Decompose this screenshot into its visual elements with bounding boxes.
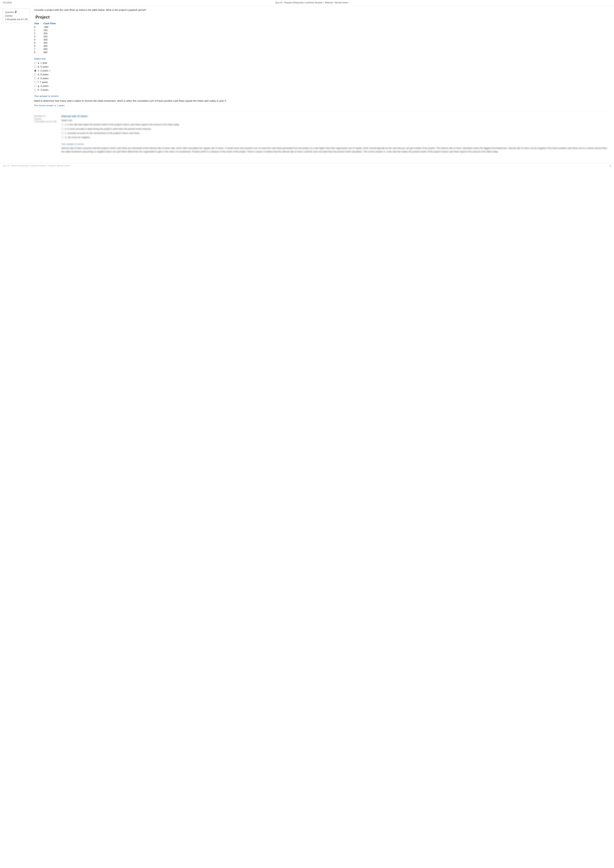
option-label-f: f. 7 years	[38, 81, 48, 84]
cell-year: 8	[34, 51, 44, 54]
option-label-c: c. 2 years	[38, 69, 48, 72]
option-label-h: h. 3 years	[38, 88, 48, 91]
blurred-option-d: d. can never be negative.	[61, 136, 610, 139]
cell-cashflow: 250	[44, 35, 60, 38]
options-list: a. 1 year b. 5 years c. 2 years ✔ d. 6 y…	[34, 62, 610, 91]
blurred-radio-a	[61, 123, 64, 126]
cell-cashflow: 350	[44, 41, 60, 44]
col-cashflow: Cash Flow	[44, 22, 60, 25]
list-item: f. 7 years	[34, 81, 610, 84]
correct-answer-text: Your answer is correct.	[34, 95, 610, 98]
question-sidebar: Question 2 Correct 1.50 points out of 1.…	[3, 8, 30, 23]
cell-year: 5	[34, 41, 44, 44]
cell-cashflow: 150	[44, 29, 60, 32]
list-item: e. 8 years	[34, 77, 610, 80]
page-date: 4/12/2021	[3, 2, 12, 4]
cell-year: 0	[34, 25, 44, 29]
question-text: Consider a project with the cash flows a…	[34, 8, 610, 12]
main-content: Consider a project with the cash flows a…	[33, 8, 611, 153]
question-label: Question	[5, 11, 14, 14]
radio-option-f[interactable]	[34, 81, 36, 83]
table-row: 8500	[34, 51, 60, 54]
blurred-option-b-text: b. is more accurate in determining the p…	[65, 127, 152, 130]
col-year: Year	[34, 22, 44, 25]
cell-year: 1	[34, 29, 44, 32]
option-label-g: g. 4 years	[38, 85, 48, 87]
blurred-question-label: Question	[34, 115, 43, 117]
blurred-option-c: c. correctly accounts for the reinvestme…	[61, 132, 610, 135]
blurred-option-b: b. is more accurate in determining the p…	[61, 127, 610, 130]
option-label-b: b. 5 years	[38, 65, 48, 68]
blurred-radio-d	[61, 136, 64, 138]
radio-option-d[interactable]	[34, 73, 36, 76]
table-row: 5350	[34, 41, 60, 44]
radio-option-a[interactable]	[34, 62, 36, 64]
question-status: Correct	[5, 14, 28, 17]
blurred-question-number: 3	[44, 115, 45, 117]
question-points: 1.50 points out of 1.50	[5, 18, 28, 21]
cell-year: 7	[34, 48, 44, 51]
option-label-a: a. 1 year	[38, 62, 47, 64]
blurred-section: Question 3 Correct 1.50 points out of 1.…	[34, 115, 610, 153]
cell-year: 3	[34, 35, 44, 38]
list-item: g. 4 years	[34, 85, 610, 87]
correct-check-icon: ✔	[49, 69, 51, 72]
list-item: a. 1 year	[34, 62, 610, 64]
blurred-option-a-text: a. is the rate that makes the present wo…	[65, 123, 180, 126]
footer-right[interactable]: ▶	[610, 164, 611, 167]
page-title: Quiz #3 - Requires Respondus LockDown Br…	[275, 2, 348, 4]
page-layout: Question 2 Correct 1.50 points out of 1.…	[0, 5, 614, 156]
blurred-option-c-text: c. correctly accounts for the reinvestme…	[65, 132, 140, 135]
question-label-row: Question 2	[5, 10, 28, 14]
list-item: c. 2 years ✔	[34, 69, 610, 72]
radio-option-b[interactable]	[34, 66, 36, 68]
explanation-text: Need to determine how many years it take…	[34, 99, 610, 103]
table-row: 0-350	[34, 25, 60, 29]
project-title: Project	[34, 15, 610, 20]
cell-cashflow: 500	[44, 51, 60, 54]
cell-year: 2	[34, 32, 44, 35]
blurred-correct-answer: Your answer is correct.	[61, 143, 610, 146]
table-row: 7450	[34, 48, 60, 51]
blurred-explanation: Internal rate of return assumes that the…	[61, 146, 610, 153]
table-row: 6400	[34, 44, 60, 48]
question-number: 2	[15, 10, 17, 14]
footer-left: Quiz #3 - Requires Respondus LockDown Br…	[3, 164, 70, 167]
cell-cashflow: -350	[44, 25, 60, 29]
radio-option-c[interactable]	[34, 70, 36, 72]
blurred-status: Correct	[34, 118, 59, 120]
blurred-option-a: a. is the rate that makes the present wo…	[61, 123, 610, 126]
cell-year: 4	[34, 38, 44, 41]
blurred-title: Internal rate of return	[61, 115, 610, 118]
list-item: b. 5 years	[34, 65, 610, 68]
table-row: 4300	[34, 38, 60, 41]
option-label-e: e. 8 years	[38, 77, 48, 80]
cell-cashflow: 400	[44, 44, 60, 48]
blurred-points: 1.50 points out of 1.50	[34, 120, 59, 123]
list-item: d. 6 years	[34, 73, 610, 76]
blurred-radio-b	[61, 128, 64, 130]
page-header: 4/12/2021 Quiz #3 - Requires Respondus L…	[0, 0, 614, 5]
option-label-d: d. 6 years	[38, 73, 48, 76]
blurred-sidebar: Question 3 Correct 1.50 points out of 1.…	[34, 115, 59, 153]
blurred-main: Internal rate of return Select one: a. i…	[61, 115, 610, 153]
radio-option-h[interactable]	[34, 89, 36, 91]
cell-year: 6	[34, 44, 44, 48]
table-row: 3250	[34, 35, 60, 38]
cell-cashflow: 450	[44, 48, 60, 51]
cash-flow-table: Year Cash Flow 0-35011502200325043005350…	[34, 22, 60, 54]
blurred-option-d-text: d. can never be negative.	[65, 136, 90, 139]
blurred-select-one: Select one:	[61, 119, 610, 122]
select-one-label: Select one:	[34, 57, 610, 60]
radio-option-g[interactable]	[34, 85, 36, 87]
table-row: 2200	[34, 32, 60, 35]
table-row: 1150	[34, 29, 60, 32]
cell-cashflow: 200	[44, 32, 60, 35]
correct-answer-note: The correct answer is: 2 years	[34, 104, 610, 107]
blurred-radio-c	[61, 132, 64, 134]
cell-cashflow: 300	[44, 38, 60, 41]
radio-option-e[interactable]	[34, 77, 36, 79]
page-footer: Quiz #3 - Requires Respondus LockDown Br…	[0, 163, 614, 168]
list-item: h. 3 years	[34, 88, 610, 91]
